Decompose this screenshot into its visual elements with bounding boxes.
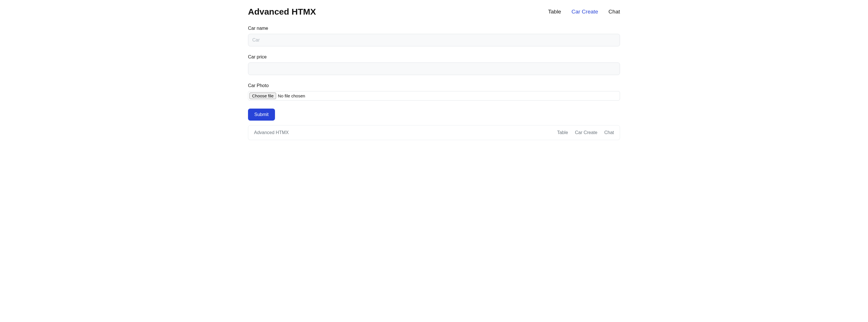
nav-link-table[interactable]: Table: [548, 9, 561, 14]
navbar-nav: Table Car Create Chat: [548, 9, 620, 15]
car-name-input[interactable]: [248, 34, 620, 46]
car-photo-input-wrapper[interactable]: Choose file No file chosen: [248, 91, 620, 101]
footer-link-table[interactable]: Table: [557, 130, 568, 135]
top-navbar: Advanced HTMX Table Car Create Chat: [248, 0, 620, 26]
navbar-brand: Advanced HTMX: [248, 7, 316, 16]
car-price-label: Car price: [248, 55, 620, 60]
form-group-car-price: Car price: [248, 55, 620, 75]
footer: Advanced HTMX Table Car Create Chat: [248, 125, 620, 140]
footer-brand: Advanced HTMX: [254, 130, 289, 135]
footer-link-car-create[interactable]: Car Create: [575, 130, 597, 135]
footer-link-chat[interactable]: Chat: [604, 130, 614, 135]
footer-nav: Table Car Create Chat: [557, 130, 614, 135]
form-group-car-photo: Car Photo Choose file No file chosen: [248, 83, 620, 101]
form-group-car-name: Car name: [248, 26, 620, 46]
nav-link-car-create[interactable]: Car Create: [571, 9, 598, 14]
car-create-form: Car name Car price Car Photo Choose file…: [248, 26, 620, 120]
choose-file-button[interactable]: Choose file: [249, 93, 276, 99]
submit-button[interactable]: Submit: [248, 109, 275, 120]
file-status-text: No file chosen: [278, 94, 305, 98]
car-price-input[interactable]: [248, 63, 620, 75]
car-name-label: Car name: [248, 26, 620, 31]
nav-link-chat[interactable]: Chat: [609, 9, 620, 14]
car-photo-label: Car Photo: [248, 83, 620, 88]
